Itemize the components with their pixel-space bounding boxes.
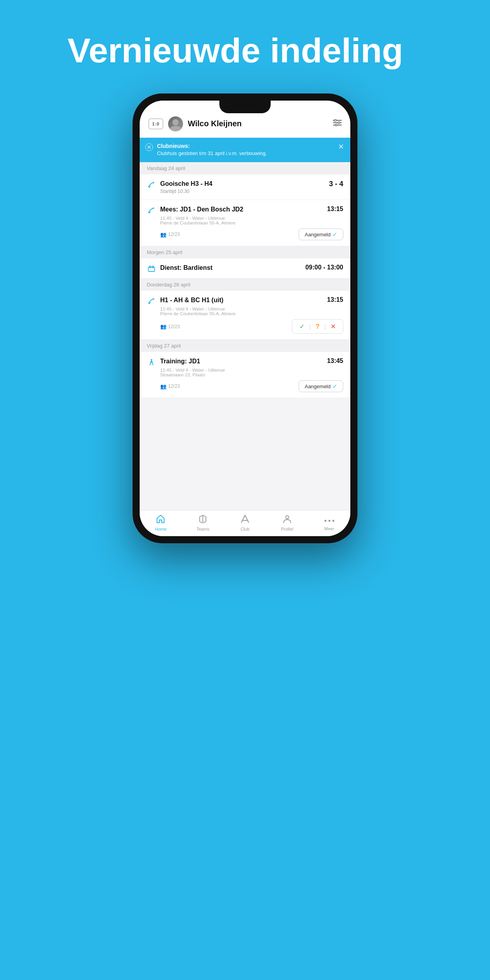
content-scroll[interactable]: Vandaag 24 april Gooische H3 - H4 Startt…: [140, 162, 350, 510]
bottom-nav: Home Teams Club: [140, 510, 350, 536]
nav-teams-label: Teams: [196, 527, 209, 531]
nav-profiel[interactable]: Profiel: [266, 514, 308, 531]
news-prefix: Clubnieuws:: [157, 143, 190, 149]
event-mees-footer: 👥 12/23 Aangemeld ✓: [160, 228, 343, 240]
event-mees-count: 👥 12/23: [160, 232, 180, 238]
event-h1[interactable]: H1 - AH & BC H1 (uit) 13:15 11:45 - Veld…: [140, 291, 350, 340]
aangemeld-button-mees[interactable]: Aangemeld ✓: [299, 228, 343, 240]
nav-profiel-label: Profiel: [281, 527, 293, 531]
user-name: Wilco Kleijnen: [188, 119, 328, 128]
svg-point-9: [153, 208, 154, 209]
svg-point-7: [335, 124, 337, 126]
event-mees[interactable]: Mees: JD1 - Den Bosch JD2 13:15 11:45 - …: [140, 200, 350, 246]
event-h1-count: 👥 12/23: [160, 324, 180, 329]
svg-line-16: [245, 515, 249, 522]
phone-screen: 1:0 Wilco Kleijnen: [140, 101, 350, 536]
score-icon[interactable]: 1:0: [148, 118, 163, 129]
svg-point-18: [286, 516, 289, 519]
rsvp-no-button[interactable]: ✕: [331, 323, 336, 330]
nav-club[interactable]: Club: [224, 514, 266, 531]
hero-section: Vernieuwde indeling: [67, 0, 423, 94]
event-mees-time: 13:15: [327, 206, 343, 213]
people-icon-training: 👥: [160, 383, 166, 389]
bottom-spacer: [140, 398, 350, 406]
event-training-details: 11:45 - Veld 4 - Water - Uittenue Straat…: [160, 368, 343, 377]
hockey-icon-2: [147, 206, 156, 214]
event-mees-details: 11:45 - Veld 4 - Water - Uittenue Pierre…: [160, 216, 343, 225]
hero-title: Vernieuwde indeling: [67, 32, 423, 70]
people-icon-h1: 👥: [160, 324, 166, 329]
date-separator-morgen: Morgen 25 april: [140, 246, 350, 258]
nav-meer[interactable]: Meer: [308, 515, 350, 531]
rsvp-yes-button[interactable]: ✓: [299, 323, 305, 330]
svg-point-8: [153, 182, 154, 183]
checkmark-mees: ✓: [333, 231, 337, 238]
news-text: Clubnieuws: Clubhuis gesloten t/m 31 apr…: [157, 142, 334, 157]
nav-teams[interactable]: Teams: [182, 514, 224, 531]
service-icon-1: [147, 264, 156, 273]
profiel-icon: [283, 514, 292, 526]
event-training-info: Training: JD1: [160, 357, 323, 366]
event-training-time: 13:45: [327, 357, 343, 365]
nav-meer-label: Meer: [324, 526, 334, 531]
event-bardienst-info: Dienst: Bardienst: [160, 264, 301, 272]
news-message: Clubhuis gesloten t/m 31 april i.v.m. ve…: [157, 150, 267, 156]
svg-point-0: [172, 119, 179, 125]
svg-point-1: [170, 126, 181, 131]
event-bardienst-title: Dienst: Bardienst: [160, 264, 301, 272]
date-separator-vrijdag: Vrijdag 27 april: [140, 340, 350, 352]
rsvp-maybe-button[interactable]: ?: [316, 323, 320, 330]
event-gooische-info: Gooische H3 - H4 Starttijd 10:30: [160, 180, 325, 195]
training-icon-1: [147, 357, 156, 366]
svg-point-5: [335, 120, 337, 122]
hockey-icon-3: [147, 296, 156, 305]
event-mees-info: Mees: JD1 - Den Bosch JD2: [160, 206, 323, 214]
news-close-icon[interactable]: ✕: [338, 142, 344, 151]
event-h1-details: 11:45 - Veld 4 - Water - Uittenue Pierre…: [160, 307, 343, 316]
event-gooische-title: Gooische H3 - H4: [160, 180, 325, 188]
hockey-icon-1: [147, 180, 156, 189]
event-bardienst[interactable]: Dienst: Bardienst 09:00 - 13:00: [140, 258, 350, 279]
svg-point-19: [324, 520, 326, 522]
news-dismiss-icon[interactable]: ✕: [145, 143, 153, 151]
checkmark-training: ✓: [333, 383, 337, 389]
svg-point-6: [338, 122, 340, 124]
aangemeld-button-training[interactable]: Aangemeld ✓: [299, 380, 343, 392]
svg-line-15: [241, 515, 245, 522]
meer-icon: [324, 515, 335, 525]
event-training[interactable]: Training: JD1 13:45 11:45 - Veld 4 - Wat…: [140, 352, 350, 398]
svg-point-20: [328, 520, 330, 522]
event-h1-title: H1 - AH & BC H1 (uit): [160, 296, 323, 305]
date-separator-donderdag: Donderdag 26 april: [140, 279, 350, 291]
filter-icon[interactable]: [333, 119, 342, 128]
rsvp-buttons[interactable]: ✓ | ? | ✕: [292, 319, 343, 334]
event-training-title: Training: JD1: [160, 357, 323, 366]
event-h1-time: 13:15: [327, 296, 343, 303]
date-separator-vandaag: Vandaag 24 april: [140, 162, 350, 174]
people-icon-mees: 👥: [160, 232, 166, 238]
event-gooische[interactable]: Gooische H3 - H4 Starttijd 10:30 3 - 4: [140, 174, 350, 200]
nav-home-label: Home: [155, 527, 166, 531]
event-training-footer: 👥 12/23 Aangemeld ✓: [160, 380, 343, 392]
avatar[interactable]: [168, 116, 183, 131]
nav-club-label: Club: [241, 527, 250, 531]
teams-icon: [198, 514, 208, 526]
home-icon: [156, 514, 165, 526]
event-bardienst-time: 09:00 - 13:00: [305, 264, 343, 271]
event-gooische-subtitle: Starttijd 10:30: [160, 189, 325, 194]
svg-point-21: [332, 520, 334, 522]
event-h1-footer: 👥 12/23 ✓ | ? | ✕: [160, 319, 343, 334]
club-icon: [241, 514, 249, 526]
notch: [219, 101, 271, 113]
phone-shell: 1:0 Wilco Kleijnen: [133, 94, 357, 543]
svg-point-13: [153, 298, 154, 300]
event-h1-info: H1 - AH & BC H1 (uit): [160, 296, 323, 305]
event-training-count: 👥 12/23: [160, 383, 180, 389]
news-banner: ✕ Clubnieuws: Clubhuis gesloten t/m 31 a…: [140, 138, 350, 162]
nav-home[interactable]: Home: [140, 514, 182, 531]
event-gooische-score: 3 - 4: [329, 180, 343, 188]
event-mees-title: Mees: JD1 - Den Bosch JD2: [160, 206, 323, 214]
